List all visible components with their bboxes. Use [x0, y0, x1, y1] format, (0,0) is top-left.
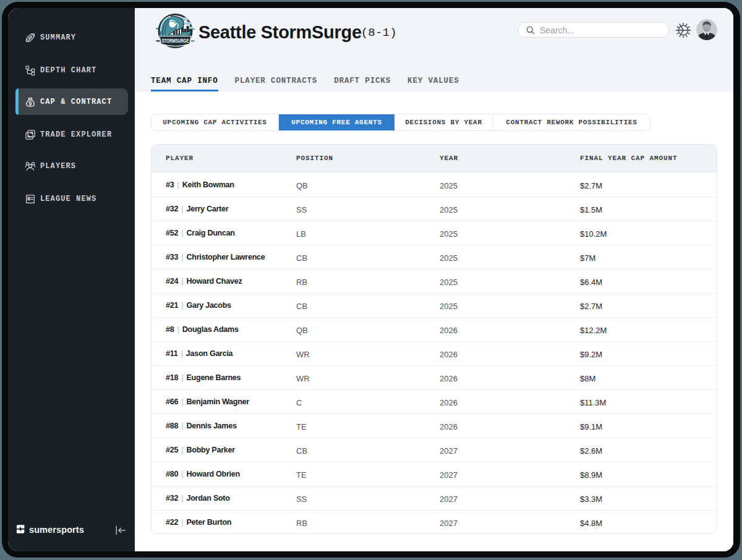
svg-text:SEATTLE: SEATTLE: [166, 33, 184, 36]
svg-text:STORMSURGE: STORMSURGE: [162, 38, 189, 44]
